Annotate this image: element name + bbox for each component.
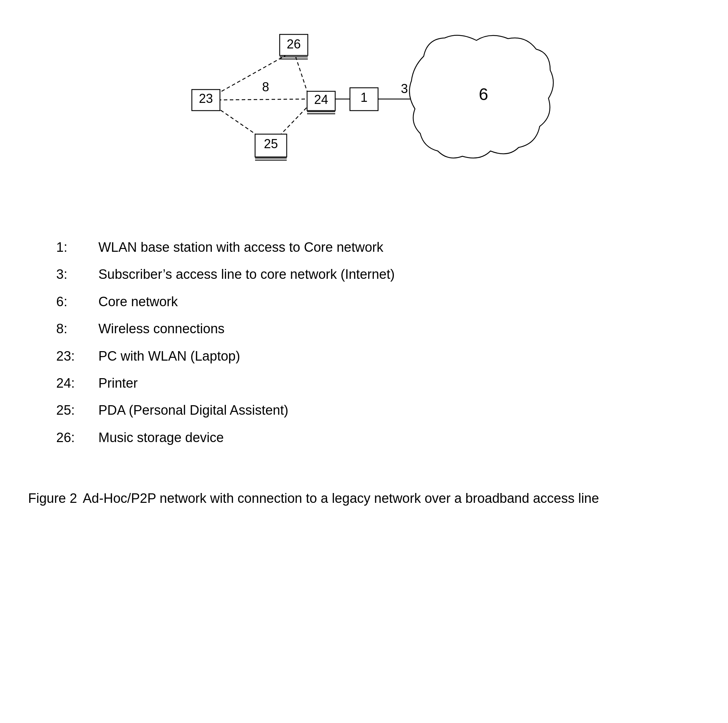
node-23-label: 23 <box>199 91 213 106</box>
legend-item-1: 1: WLAN base station with access to Core… <box>56 239 672 256</box>
legend-item-8: 8: Wireless connections <box>56 320 672 337</box>
legend-number-24: 24: <box>56 375 98 392</box>
node-1-label: 1 <box>361 90 367 105</box>
legend-item-3: 3: Subscriber’s access line to core netw… <box>56 266 672 283</box>
legend-item-24: 24: Printer <box>56 375 672 392</box>
legend-text-6: Core network <box>98 293 178 310</box>
svg-line-2 <box>206 99 307 100</box>
page-container: 3 8 26 23 24 1 25 <box>0 0 728 723</box>
legend-list: 1: WLAN base station with access to Core… <box>56 239 672 446</box>
legend-number-8: 8: <box>56 320 98 337</box>
legend-item-25: 25: PDA (Personal Digital Assistent) <box>56 402 672 419</box>
network-diagram-svg: 3 8 26 23 24 1 25 <box>28 21 700 218</box>
legend-item-6: 6: Core network <box>56 293 672 310</box>
node-25-label: 25 <box>264 137 278 151</box>
figure-label: Figure 2 <box>28 488 77 508</box>
legend-text-25: PDA (Personal Digital Assistent) <box>98 402 289 419</box>
node-26-label: 26 <box>287 37 301 51</box>
legend-number-3: 3: <box>56 266 98 283</box>
legend-item-23: 23: PC with WLAN (Laptop) <box>56 348 672 365</box>
legend-text-23: PC with WLAN (Laptop) <box>98 348 240 365</box>
legend-number-25: 25: <box>56 402 98 419</box>
legend-text-8: Wireless connections <box>98 320 225 337</box>
label-3: 3 <box>401 81 408 96</box>
legend-number-6: 6: <box>56 293 98 310</box>
legend-number-1: 1: <box>56 239 98 256</box>
legend-number-26: 26: <box>56 429 98 446</box>
legend-text-24: Printer <box>98 375 138 392</box>
legend-text-3: Subscriber’s access line to core network… <box>98 266 395 283</box>
legend-text-1: WLAN base station with access to Core ne… <box>98 239 383 256</box>
label-8: 8 <box>262 80 269 94</box>
legend-number-23: 23: <box>56 348 98 365</box>
diagram-area: 3 8 26 23 24 1 25 <box>28 21 700 218</box>
legend-item-26: 26: Music storage device <box>56 429 672 446</box>
legend-text-26: Music storage device <box>98 429 224 446</box>
node-6-label: 6 <box>479 85 488 104</box>
node-24-label: 24 <box>314 92 328 107</box>
figure-caption: Figure 2 Ad-Hoc/P2P network with connect… <box>28 488 700 508</box>
figure-description: Ad-Hoc/P2P network with connection to a … <box>83 488 700 508</box>
